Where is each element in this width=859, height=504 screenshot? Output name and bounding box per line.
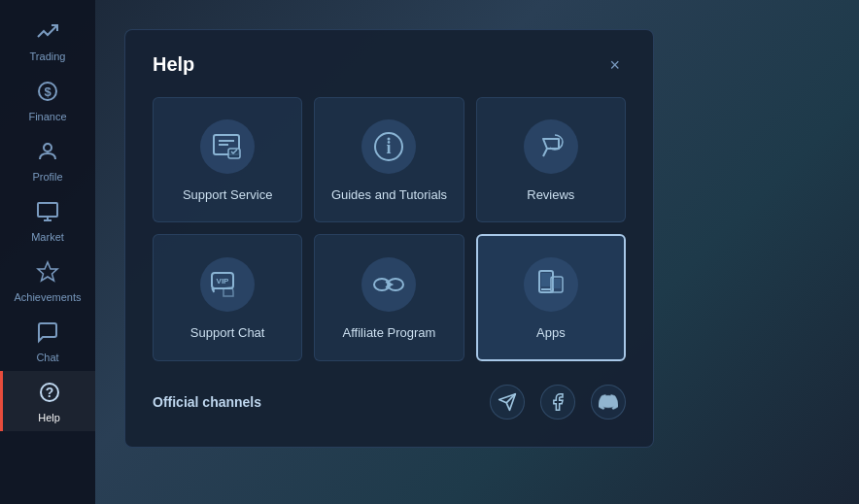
help-card-guides-tutorials[interactable]: i Guides and Tutorials [314, 97, 464, 222]
reviews-label: Reviews [527, 187, 574, 204]
affiliate-icon [361, 257, 416, 312]
support-chat-label: Support Chat [190, 325, 265, 342]
support-chat-icon: VIP [200, 257, 255, 312]
svg-point-2 [44, 144, 52, 151]
apps-label: Apps [536, 325, 566, 342]
svg-rect-3 [38, 203, 57, 217]
sidebar-item-market-label: Market [31, 231, 64, 243]
sidebar-item-profile[interactable]: Profile [0, 130, 95, 190]
official-channels-label: Official channels [153, 394, 261, 410]
sidebar-item-market[interactable]: Market [0, 190, 95, 251]
profile-icon [36, 140, 59, 167]
svg-text:VIP: VIP [217, 277, 230, 286]
help-card-affiliate[interactable]: Affiliate Program [314, 234, 464, 361]
svg-point-15 [388, 138, 391, 141]
svg-rect-22 [541, 288, 551, 290]
achievements-icon [36, 260, 59, 287]
svg-text:i: i [387, 138, 392, 157]
market-icon [36, 200, 59, 227]
modal-title: Help [153, 53, 194, 76]
chat-icon [36, 320, 59, 348]
sidebar-item-finance-label: Finance [28, 111, 66, 122]
finance-icon: $ [36, 80, 59, 107]
guides-icon: i [361, 119, 416, 174]
sidebar: Trading $ Finance Profile Market Achieve… [0, 0, 95, 504]
sidebar-item-trading[interactable]: Trading [0, 10, 95, 70]
trading-icon [36, 19, 59, 47]
svg-rect-24 [553, 279, 561, 288]
support-service-icon [200, 119, 255, 174]
sidebar-item-chat-label: Chat [36, 352, 58, 363]
sidebar-item-finance[interactable]: $ Finance [0, 70, 95, 130]
apps-icon [524, 257, 578, 312]
modal-header: Help × [153, 53, 626, 76]
help-card-apps[interactable]: Apps [476, 234, 626, 361]
social-icons [490, 385, 626, 420]
modal-close-button[interactable]: × [603, 54, 626, 76]
help-grid: Support Service i Guides and Tutorials [153, 97, 626, 361]
telegram-icon[interactable] [490, 385, 525, 420]
sidebar-item-profile-label: Profile [32, 171, 62, 183]
discord-icon[interactable] [591, 385, 626, 420]
reviews-icon [524, 119, 578, 174]
help-card-support-chat[interactable]: VIP Support Chat [153, 234, 302, 361]
help-icon: ? [38, 381, 61, 408]
sidebar-item-help-label: Help [38, 412, 60, 423]
svg-text:?: ? [45, 385, 53, 400]
main-area: Help × Support Service [95, 0, 859, 504]
sidebar-item-trading-label: Trading [30, 50, 66, 62]
sidebar-item-help[interactable]: ? Help [0, 371, 95, 431]
official-channels: Official channels [153, 385, 626, 420]
help-card-reviews[interactable]: Reviews [476, 97, 626, 222]
help-card-support-service[interactable]: Support Service [153, 97, 302, 222]
sidebar-item-achievements[interactable]: Achievements [0, 251, 95, 311]
svg-text:$: $ [44, 84, 52, 99]
sidebar-item-achievements-label: Achievements [14, 291, 81, 303]
guides-label: Guides and Tutorials [331, 187, 447, 204]
svg-marker-6 [38, 262, 57, 281]
svg-rect-21 [541, 273, 551, 286]
sidebar-item-chat[interactable]: Chat [0, 311, 95, 371]
help-modal: Help × Support Service [124, 29, 654, 448]
affiliate-label: Affiliate Program [343, 325, 436, 342]
support-service-label: Support Service [183, 187, 273, 204]
facebook-icon[interactable] [540, 385, 575, 420]
